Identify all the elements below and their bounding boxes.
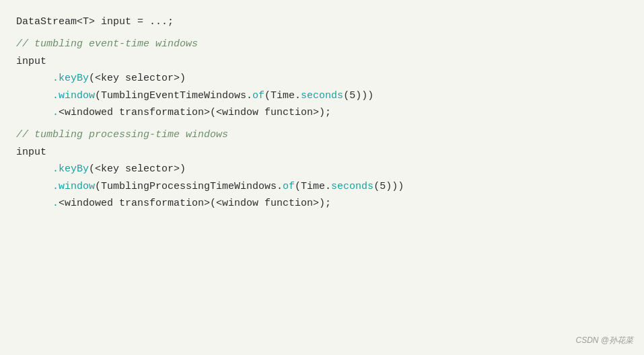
- code-text: DataStream<T> input = ...;: [16, 16, 174, 28]
- code-line-6: input: [16, 144, 628, 161]
- code-block: DataStream<T> input = ...; // tumbling e…: [0, 0, 644, 355]
- method-keyby-2: .keyBy: [52, 163, 89, 175]
- method-seconds-1: seconds: [301, 90, 343, 102]
- code-line-1: DataStream<T> input = ...;: [16, 13, 628, 31]
- code-line-4: .window(TumblingEventTimeWindows.of(Time…: [16, 87, 628, 105]
- method-of-1: of: [252, 90, 264, 102]
- code-text: <windowed transformation>(<window functi…: [59, 107, 331, 118]
- method-windowed-2: .: [52, 198, 59, 209]
- code-line-3: .keyBy(<key selector>): [16, 70, 628, 87]
- code-text: (TumblingProcessingTimeWindows.: [95, 181, 283, 192]
- comment-line-1: // tumbling event-time windows: [16, 36, 628, 53]
- code-text: (5))): [343, 90, 373, 102]
- method-seconds-2: seconds: [331, 181, 373, 192]
- code-text: (TumblingEventTimeWindows.: [95, 90, 252, 102]
- blank-line-2: [16, 122, 628, 127]
- code-text: (Time.: [295, 181, 331, 192]
- code-text: <windowed transformation>(<window functi…: [59, 198, 331, 209]
- watermark: CSDN @孙花菜: [575, 333, 633, 347]
- code-text: (5))): [373, 181, 404, 192]
- code-line-7: .keyBy(<key selector>): [16, 161, 628, 178]
- method-window-2: .window: [52, 181, 95, 192]
- code-line-8: .window(TumblingProcessingTimeWindows.of…: [16, 178, 628, 196]
- method-keyby-1: .keyBy: [52, 73, 89, 84]
- method-windowed-1: .: [52, 107, 59, 118]
- blank-line-1: [16, 31, 628, 36]
- code-text: input: [16, 56, 46, 67]
- code-line-9: .<windowed transformation>(<window funct…: [16, 195, 628, 212]
- method-window-1: .window: [52, 90, 95, 102]
- code-text: input: [16, 147, 46, 158]
- code-line-2: input: [16, 53, 628, 71]
- code-text: (Time.: [264, 90, 301, 102]
- comment-line-2: // tumbling processing-time windows: [16, 126, 628, 144]
- code-text: (<key selector>): [89, 163, 186, 175]
- code-line-5: .<windowed transformation>(<window funct…: [16, 104, 628, 122]
- method-of-2: of: [283, 181, 295, 192]
- code-text: (<key selector>): [89, 73, 186, 84]
